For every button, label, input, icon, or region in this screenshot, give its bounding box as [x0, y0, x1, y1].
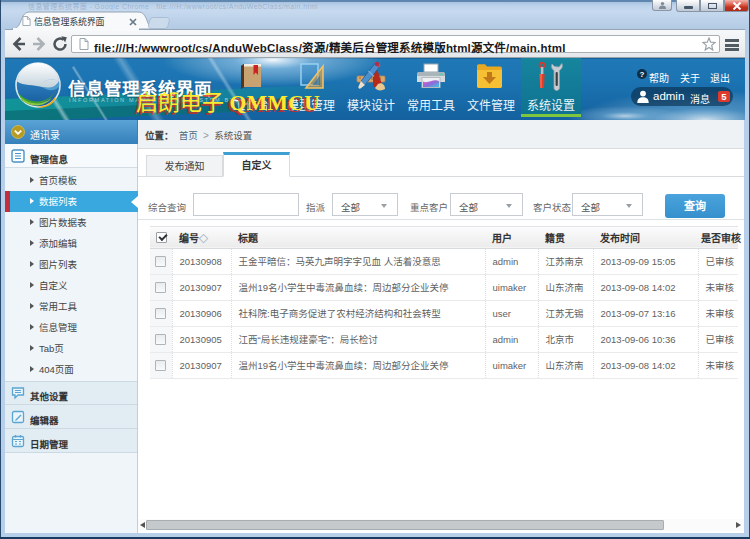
svg-text:?: ?	[640, 70, 645, 79]
